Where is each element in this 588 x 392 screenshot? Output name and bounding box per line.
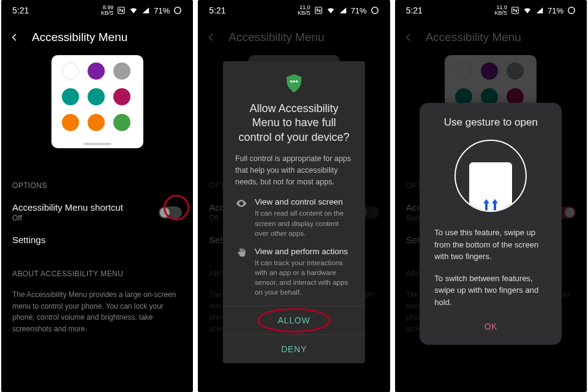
back-icon[interactable] [404,32,413,42]
power-icon [113,62,130,80]
signal-icon [339,6,347,15]
power-icon [507,62,524,80]
assistant-icon [62,62,79,80]
back-icon[interactable] [206,32,216,42]
battery-ring-icon [173,6,182,15]
brightness-down-icon [62,114,79,131]
deny-button[interactable]: DENY [223,334,365,363]
hand-icon [235,247,247,259]
wifi-icon [523,6,532,15]
accessibility-icon [88,62,105,80]
nfc-icon [117,6,126,15]
shield-icon [283,72,305,94]
gesture-card: Use gesture to open To use this feature,… [420,103,562,345]
card-title: Use gesture to open [434,116,547,129]
lock-icon [113,114,130,131]
nfc-icon [314,6,323,15]
back-icon[interactable] [10,32,20,42]
gesture-handle-icon [83,143,111,145]
permission-view-screen: View and control screenIt can read all c… [223,197,365,246]
allow-button[interactable]: ALLOW [223,306,365,334]
page-title: Accessibility Menu [426,31,521,44]
settings-row[interactable]: Settings [1,228,193,251]
options-heading: OPTIONS [1,148,193,196]
svg-point-6 [296,80,298,83]
dialog-title: Allow Accessibility Menu to have full co… [223,102,365,153]
page-title: Accessibility Menu [228,31,324,44]
signal-icon [141,6,150,15]
eye-icon [235,197,247,209]
card-p2: To switch between features, swipe up wit… [434,273,547,309]
dialog-intro: Full control is appropriate for apps tha… [223,153,365,197]
clock: 5:21 [406,6,423,15]
svg-point-8 [568,7,575,14]
assistant-icon [455,62,472,80]
svg-point-5 [293,80,295,83]
volume-down-icon [62,88,79,105]
clock: 5:21 [12,6,29,15]
screen-2: 5:21 11.0KB/S 71% Accessibility Menu OPT… [198,0,390,392]
highlight-ring [257,308,331,333]
svg-point-3 [371,7,378,14]
about-text: The Accessibility Menu provides a large … [1,284,193,334]
status-bar: 5:21 11.0KB/S 71% [198,0,390,21]
battery-percent: 71% [154,6,170,15]
shortcut-label: Accessibility Menu shortcut [12,202,123,213]
battery-percent: 71% [351,6,367,15]
shortcut-sub: Off [12,214,123,222]
preview-card [51,55,143,148]
about-heading: ABOUT ACCESSIBILITY MENU [1,251,193,284]
screen-1: 5:21 8.99KB/S 71% Accessibility Menu OPT… [1,0,193,392]
accessibility-icon [481,62,498,80]
ok-button[interactable]: OK [434,318,547,331]
clock: 5:21 [209,6,225,15]
card-p1: To use this feature, swipe up from the b… [434,227,547,263]
arrow-up-icon [492,199,498,210]
arrow-up-icon [483,199,489,210]
signal-icon [535,6,544,15]
permission-dialog: Allow Accessibility Menu to have full co… [223,61,365,363]
wifi-icon [326,6,335,15]
highlight-ring [164,195,189,221]
settings-label: Settings [12,235,45,245]
shortcut-row[interactable]: Accessibility Menu shortcut Off [1,196,193,228]
recent-icon [113,88,130,105]
screen-3: 5:21 11.0KB/S 71% Accessibility Menu OPT… [395,0,587,392]
brightness-up-icon [88,114,105,131]
volume-up-icon [88,88,105,105]
page-title: Accessibility Menu [32,31,127,44]
gesture-illustration [454,140,527,212]
status-bar: 5:21 8.99KB/S 71% [1,0,193,21]
battery-percent: 71% [548,6,564,15]
nfc-icon [511,6,519,15]
battery-ring-icon [371,6,379,15]
status-bar: 5:21 11.0KB/S 71% [395,0,587,21]
battery-ring-icon [567,6,576,15]
wifi-icon [129,6,138,15]
permission-perform-actions: View and perform actionsIt can track you… [223,247,365,306]
svg-point-1 [175,7,181,14]
svg-point-4 [290,80,293,83]
